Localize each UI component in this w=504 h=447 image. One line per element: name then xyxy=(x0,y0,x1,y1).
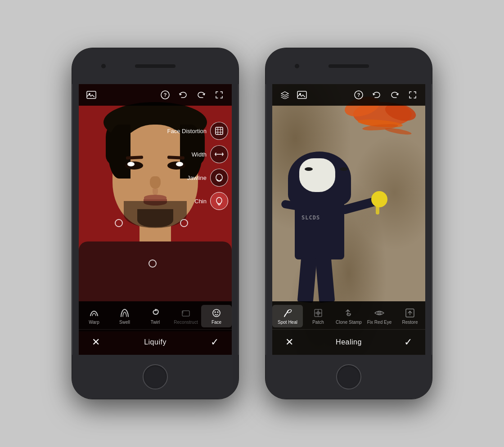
svg-point-27 xyxy=(379,313,380,314)
svg-point-14 xyxy=(217,312,219,313)
liquify-action-bar: ✕ Liquify ✓ xyxy=(79,329,232,355)
chin-icon xyxy=(210,192,228,210)
twirl-tool[interactable]: Twirl xyxy=(140,305,171,327)
face-distortion-label: Face Distortion xyxy=(167,128,207,134)
photo-icon-2[interactable] xyxy=(296,89,308,101)
warp-tool[interactable]: Warp xyxy=(79,305,109,327)
liquify-dot-1 xyxy=(115,219,123,227)
swell-tool[interactable]: Swell xyxy=(109,305,140,327)
liquify-confirm-button[interactable]: ✓ xyxy=(207,334,223,350)
reconstruct-label: Reconstruct xyxy=(174,320,198,325)
warp-label: Warp xyxy=(89,320,99,325)
svg-rect-4 xyxy=(216,127,223,134)
layers-icon[interactable] xyxy=(279,89,291,101)
fix-red-eye-tool[interactable]: Fix Red Eye xyxy=(364,305,395,327)
svg-point-12 xyxy=(213,309,220,317)
help-icon-1[interactable]: ? xyxy=(159,89,171,101)
redo-icon-1[interactable] xyxy=(195,89,207,101)
swell-icon xyxy=(119,308,130,318)
clone-stamp-icon xyxy=(343,308,354,318)
phone-speaker-2 xyxy=(328,64,369,68)
phones-container: ? xyxy=(72,48,432,399)
chin-label: Chin xyxy=(194,198,207,205)
jawline-icon xyxy=(210,169,228,187)
warp-icon xyxy=(89,308,99,318)
phone-camera-2 xyxy=(295,64,299,68)
liquify-title: Liquify xyxy=(104,338,207,346)
undo-icon-1[interactable] xyxy=(177,89,189,101)
top-bar-1: ? xyxy=(79,84,232,106)
phone-top-2 xyxy=(266,48,432,84)
patch-label: Patch xyxy=(312,320,324,325)
face-distortion-panel: Face Distortion Width xyxy=(160,120,232,214)
fix-red-eye-label: Fix Red Eye xyxy=(367,320,392,325)
jawline-label: Jawline xyxy=(187,174,207,181)
tool-list-1: Warp Swell xyxy=(79,301,232,329)
phone-speaker-1 xyxy=(135,64,176,68)
swell-label: Swell xyxy=(119,320,130,325)
width-icon xyxy=(210,145,228,163)
clone-stamp-label: Clone Stamp xyxy=(336,320,362,325)
patch-tool[interactable]: Patch xyxy=(303,305,333,327)
svg-text:?: ? xyxy=(357,92,360,98)
redo-icon-2[interactable] xyxy=(388,89,401,101)
svg-point-10 xyxy=(216,197,222,204)
width-item[interactable]: Width xyxy=(160,143,232,165)
svg-rect-11 xyxy=(182,311,189,316)
clone-stamp-tool[interactable]: Clone Stamp xyxy=(333,305,364,327)
healing-confirm-button[interactable]: ✓ xyxy=(400,334,416,350)
liquify-cancel-button[interactable]: ✕ xyxy=(88,334,104,350)
restore-icon xyxy=(405,308,415,318)
chin-item[interactable]: Chin xyxy=(160,190,232,212)
liquify-dot-2 xyxy=(180,219,188,227)
top-bar-2: ? xyxy=(272,84,425,106)
jawline-item[interactable]: Jawline xyxy=(160,167,232,188)
phone-screen-2: SLCDS xyxy=(272,84,425,355)
undo-icon-2[interactable] xyxy=(370,89,383,101)
phone-liquify: ? xyxy=(72,48,238,399)
patch-icon xyxy=(313,308,324,318)
home-button-2[interactable] xyxy=(336,364,361,389)
face-tool-icon xyxy=(211,308,222,318)
tool-list-2: Spot Heal Patch xyxy=(272,301,425,329)
restore-tool[interactable]: Restore xyxy=(395,305,425,327)
phone-bottom-2 xyxy=(266,355,432,399)
expand-icon-2[interactable] xyxy=(406,89,419,101)
svg-line-20 xyxy=(284,315,285,317)
width-label: Width xyxy=(192,151,207,158)
healing-title: Healing xyxy=(297,338,400,346)
restore-label: Restore xyxy=(402,320,418,325)
expand-icon-1[interactable] xyxy=(213,89,225,101)
help-icon-2[interactable]: ? xyxy=(352,89,365,101)
phone-healing: SLCDS xyxy=(266,48,432,399)
graffiti-figure: SLCDS xyxy=(281,143,371,313)
healing-cancel-button[interactable]: ✕ xyxy=(281,334,297,350)
svg-point-19 xyxy=(287,309,292,313)
svg-point-13 xyxy=(215,312,216,313)
healing-action-bar: ✕ Healing ✓ xyxy=(272,329,425,355)
phone-camera-1 xyxy=(101,64,106,68)
face-distortion-icon xyxy=(210,122,228,140)
liquify-toolbar: Warp Swell xyxy=(79,301,232,355)
twirl-label: Twirl xyxy=(151,320,160,325)
reconstruct-icon xyxy=(180,308,191,318)
reconstruct-tool[interactable]: Reconstruct xyxy=(171,305,201,327)
fix-red-eye-icon xyxy=(374,308,385,318)
svg-point-9 xyxy=(216,174,222,181)
twirl-icon xyxy=(150,308,161,318)
photo-thumb-icon[interactable] xyxy=(85,89,98,101)
phone-top-1 xyxy=(72,48,238,84)
face-tool-label: Face xyxy=(212,320,221,325)
liquify-dot-3 xyxy=(148,259,157,268)
face-distortion-item[interactable]: Face Distortion xyxy=(160,120,232,142)
spot-heal-tool[interactable]: Spot Heal xyxy=(272,305,303,327)
svg-text:?: ? xyxy=(164,92,167,98)
spot-heal-label: Spot Heal xyxy=(278,320,297,325)
spot-heal-icon xyxy=(282,308,293,318)
healing-toolbar: Spot Heal Patch xyxy=(272,301,425,355)
face-tool[interactable]: Face xyxy=(201,305,232,327)
home-button-1[interactable] xyxy=(143,364,168,389)
phone-screen-1: ? xyxy=(79,84,232,355)
phone-bottom-1 xyxy=(72,355,238,399)
